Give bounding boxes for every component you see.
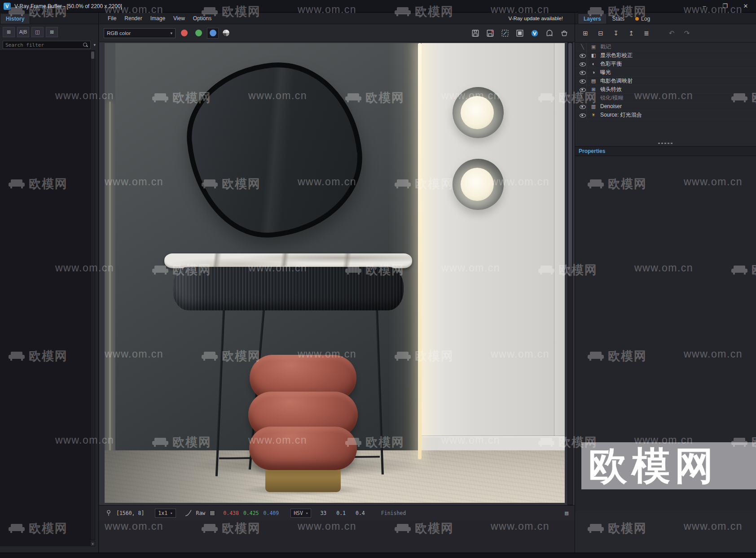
load-preset-button[interactable]: ↧ <box>610 28 622 39</box>
remove-layer-button[interactable]: ⊟ <box>595 28 607 39</box>
tone-curve-icon[interactable] <box>185 510 192 516</box>
green-channel-button[interactable] <box>193 28 204 39</box>
render-image[interactable] <box>105 43 565 503</box>
render-scrollbar-thumb[interactable] <box>568 43 572 276</box>
blue-channel-button-icon <box>210 30 216 36</box>
history-scrollbar-thumb[interactable] <box>91 52 94 59</box>
undo-button[interactable]: ↶ <box>666 28 677 39</box>
layers-toolbar: ⊞⊟↧↥≣↶↷ <box>575 24 756 42</box>
statusbar: [1560, 8] 1x1 ▾ Raw 0.438 0.425 0.409 HS… <box>99 505 575 520</box>
led-strip <box>418 43 422 459</box>
vray-cloud-button[interactable] <box>529 28 541 39</box>
layer-visibility-toggle[interactable] <box>579 51 587 60</box>
main-column: FileRenderImageViewOptions V-Ray update … <box>99 13 575 553</box>
save-history-button[interactable]: ⊞ <box>3 27 15 37</box>
color-mode-label: Raw <box>196 510 206 516</box>
layer-row[interactable]: ▥Denoiser <box>575 102 756 111</box>
close-button[interactable]: ✕ <box>735 0 756 13</box>
layer-visibility-toggle[interactable] <box>579 77 587 85</box>
render-scrollbar[interactable] <box>567 42 573 505</box>
vray-frame-buffer-window: { "titlebar": { "logo_glyph": "V", "app_… <box>0 0 756 558</box>
panel-splitter-handle[interactable] <box>658 143 673 144</box>
layer-row[interactable]: ◑曝光 <box>575 68 756 77</box>
pouf <box>248 355 358 495</box>
tab-label: Layers <box>584 16 601 22</box>
redo-button[interactable]: ↷ <box>681 28 693 39</box>
layer-row[interactable]: ◧显示色彩校正 <box>575 51 756 60</box>
eye-icon <box>580 70 585 75</box>
compare-horizontal-button[interactable]: ◫ <box>31 27 44 37</box>
search-filter-input[interactable] <box>3 41 91 49</box>
add-layer-button[interactable]: ⊞ <box>580 28 591 39</box>
layer-visibility-toggle[interactable] <box>579 68 587 77</box>
save-image-button[interactable] <box>470 28 481 39</box>
color-sphere-icon[interactable] <box>222 29 230 37</box>
layer-visibility-toggle[interactable] <box>579 111 587 119</box>
tab-history[interactable]: History <box>0 13 30 24</box>
minimize-button[interactable]: – <box>694 0 715 13</box>
layer-label: 曝光 <box>600 69 611 76</box>
console-table-fluted-body <box>173 267 404 310</box>
window-title: V-Ray Frame Buffer - [50.0% of 2200 x 22… <box>14 3 122 9</box>
search-icon <box>83 42 88 48</box>
layer-row[interactable]: ▤电影色调映射 <box>575 77 756 85</box>
layer-row[interactable]: ⊞镜头特效 <box>575 85 756 94</box>
layer-row[interactable]: ╲▣戳记 <box>575 43 756 51</box>
layer-label: 镜头特效 <box>600 86 622 93</box>
render-viewport <box>99 42 575 505</box>
layer-label: 显示色彩校正 <box>600 52 633 59</box>
tab-layers[interactable]: Layers <box>578 13 607 24</box>
zoom-value: 1x1 <box>158 510 167 516</box>
history-tab-row: History <box>0 13 98 24</box>
skirting-board <box>422 436 565 450</box>
maximize-button[interactable]: ❐ <box>715 0 735 13</box>
pixel-probe-pin-icon[interactable] <box>105 510 112 517</box>
colorspace-dropdown[interactable]: HSV ▾ <box>290 509 311 518</box>
layer-type-icon: ⊞ <box>590 87 597 92</box>
region-render-button[interactable] <box>499 28 511 39</box>
show-corrections-button[interactable] <box>514 28 526 39</box>
layer-row[interactable]: ◐色彩平衡 <box>575 60 756 68</box>
menu-item-image[interactable]: Image <box>146 13 169 24</box>
layer-visibility-toggle[interactable] <box>579 85 587 94</box>
channel-dropdown[interactable]: RGB color ▾ <box>104 28 176 38</box>
statusbar-panel-toggle-icon[interactable]: ▤ <box>565 510 568 516</box>
save-preset-button[interactable]: ↥ <box>625 28 637 39</box>
history-scrollbar[interactable] <box>90 50 95 540</box>
history-list[interactable] <box>0 50 90 546</box>
layer-visibility-toggle[interactable]: ╲ <box>579 43 587 51</box>
layer-visibility-toggle[interactable] <box>579 60 587 68</box>
layer-visibility-toggle[interactable] <box>579 102 587 111</box>
menu-item-file[interactable]: File <box>104 13 120 24</box>
save-all-channels-button[interactable] <box>484 28 496 39</box>
remove-history-button[interactable]: ⊠ <box>46 27 58 37</box>
layer-visibility-toggle[interactable]: ╲ <box>579 94 587 102</box>
tab-log[interactable]: Log <box>630 14 655 24</box>
history-toolbar: ⊞A|B◫⊠ <box>0 24 98 39</box>
menu-item-options[interactable]: Options <box>189 13 215 24</box>
chevron-down-icon: ▾ <box>170 31 172 35</box>
red-channel-button[interactable] <box>178 28 190 39</box>
titlebar: V V-Ray Frame Buffer - [50.0% of 2200 x … <box>0 0 756 13</box>
layer-menu-button[interactable]: ≣ <box>641 28 652 39</box>
ab-compare-button[interactable]: A|B <box>17 27 29 37</box>
layer-row[interactable]: ☀Source: 灯光混合 <box>575 111 756 119</box>
ghost-buffer-button[interactable] <box>544 28 555 39</box>
menu-item-view[interactable]: View <box>169 13 189 24</box>
layer-label: 电影色调映射 <box>600 77 633 85</box>
history-scrollbar-button[interactable]: ▾ <box>90 541 95 546</box>
search-options-caret-icon[interactable]: ▾ <box>93 43 96 47</box>
properties-label: Properties <box>579 148 605 154</box>
layer-row[interactable]: ╲◌锐化/模糊 <box>575 94 756 102</box>
left-led-glow <box>109 101 111 456</box>
menu-item-render[interactable]: Render <box>120 13 146 24</box>
update-notice[interactable]: V-Ray update available! <box>509 16 575 21</box>
tab-stats[interactable]: Stats <box>607 14 630 24</box>
blue-channel-button[interactable] <box>207 28 219 39</box>
eye-icon <box>580 78 585 84</box>
value-value: 0.4 <box>356 510 365 516</box>
blue-value: 0.409 <box>264 510 279 516</box>
wall-lamp-bottom-glow <box>461 168 494 201</box>
basket-button[interactable] <box>558 28 570 39</box>
zoom-dropdown[interactable]: 1x1 ▾ <box>155 509 176 518</box>
